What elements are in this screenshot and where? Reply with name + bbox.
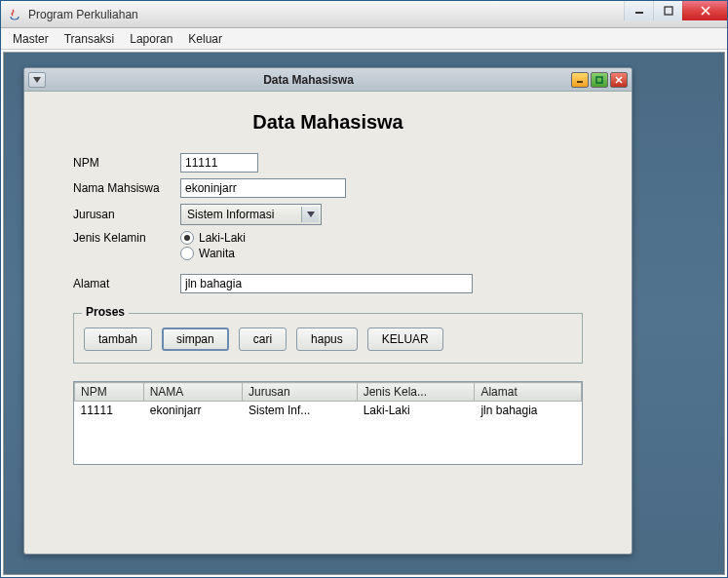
table-header-row: NPM NAMA Jurusan Jenis Kela... Alamat — [75, 383, 582, 402]
window-title: Program Perkuliahan — [28, 8, 138, 21]
cell-npm: 11111 — [75, 402, 144, 420]
mdi-desktop: Data Mahasiswa Data Mahasiswa — [3, 52, 725, 575]
svg-rect-6 — [577, 81, 583, 83]
button-row: tambah simpan cari hapus KELUAR — [84, 328, 572, 351]
menu-transaksi[interactable]: Transaksi — [58, 30, 121, 48]
form: NPM Nama Mahsiswa Jurusan Sistem Informa… — [73, 153, 602, 299]
maximize-button[interactable] — [653, 1, 682, 20]
cari-button[interactable]: cari — [239, 328, 287, 351]
alamat-input[interactable] — [180, 274, 473, 293]
internal-close-button[interactable] — [610, 72, 628, 88]
internal-titlebar: Data Mahasiswa — [24, 68, 632, 92]
label-alamat: Alamat — [73, 277, 180, 290]
cell-jurusan: Sistem Inf... — [242, 402, 357, 420]
app-window: Program Perkuliahan Master Transaksi Lap… — [0, 0, 728, 578]
table-row[interactable]: 11111 ekoninjarr Sistem Inf... Laki-Laki… — [75, 402, 582, 420]
menu-master[interactable]: Master — [7, 30, 55, 48]
java-icon — [7, 7, 22, 22]
window-controls — [624, 1, 727, 20]
keluar-button[interactable]: KELUAR — [367, 328, 443, 351]
proses-panel: Proses tambah simpan cari hapus KELUAR — [73, 313, 583, 364]
data-table[interactable]: NPM NAMA Jurusan Jenis Kela... Alamat 11… — [73, 381, 583, 465]
label-jurusan: Jurusan — [73, 208, 180, 221]
col-nama[interactable]: NAMA — [143, 383, 242, 402]
minimize-button[interactable] — [624, 1, 653, 20]
label-nama: Nama Mahsiswa — [73, 181, 180, 195]
menu-laporan[interactable]: Laporan — [124, 30, 178, 48]
close-button[interactable] — [682, 1, 727, 20]
radio-wanita-label: Wanita — [199, 247, 235, 260]
svg-rect-1 — [665, 7, 672, 15]
col-npm[interactable]: NPM — [75, 383, 144, 402]
hapus-button[interactable]: hapus — [296, 328, 358, 351]
titlebar: Program Perkuliahan — [1, 1, 727, 28]
svg-marker-4 — [33, 77, 41, 83]
svg-marker-10 — [307, 212, 315, 217]
radio-laki-label: Laki-Laki — [199, 231, 246, 245]
internal-minimize-button[interactable] — [571, 72, 589, 88]
cell-nama: ekoninjarr — [143, 402, 242, 420]
radio-icon — [180, 231, 194, 245]
internal-controls — [571, 72, 628, 88]
label-jenis-kelamin: Jenis Kelamin — [73, 231, 180, 245]
simpan-button[interactable]: simpan — [162, 328, 229, 351]
radio-icon — [180, 247, 194, 260]
cell-alamat: jln bahagia — [475, 402, 582, 420]
internal-maximize-button[interactable] — [591, 72, 608, 88]
npm-input[interactable] — [180, 153, 258, 173]
nama-input[interactable] — [180, 178, 346, 198]
col-jurusan[interactable]: Jurusan — [242, 383, 357, 402]
internal-frame: Data Mahasiswa Data Mahasiswa — [23, 67, 632, 555]
cell-jk: Laki-Laki — [357, 402, 475, 420]
jurusan-select[interactable]: Sistem Informasi — [180, 204, 322, 225]
radio-laki[interactable]: Laki-Laki — [180, 231, 246, 245]
system-menu-icon[interactable] — [28, 72, 46, 88]
col-alamat[interactable]: Alamat — [475, 383, 582, 402]
proses-legend: Proses — [82, 305, 129, 319]
tambah-button[interactable]: tambah — [84, 328, 152, 351]
internal-title: Data Mahasiswa — [46, 73, 571, 87]
chevron-down-icon — [301, 207, 319, 222]
menubar: Master Transaksi Laporan Keluar — [1, 28, 727, 50]
jenis-kelamin-group: Laki-Laki Wanita — [180, 231, 246, 260]
internal-body: Data Mahasiswa NPM Nama Mahsiswa Jurusan… — [24, 92, 632, 554]
col-jenis-kelamin[interactable]: Jenis Kela... — [357, 383, 475, 402]
menu-keluar[interactable]: Keluar — [182, 30, 228, 48]
radio-wanita[interactable]: Wanita — [180, 247, 246, 260]
svg-rect-7 — [596, 77, 602, 83]
page-heading: Data Mahasiswa — [54, 111, 602, 134]
jurusan-selected-value: Sistem Informasi — [187, 208, 274, 221]
label-npm: NPM — [73, 156, 180, 170]
